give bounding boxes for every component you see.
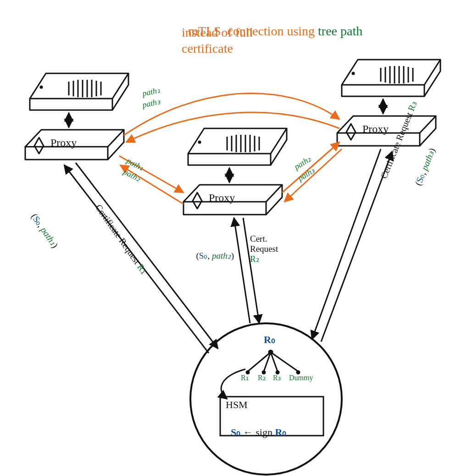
response-2-s0: S₀ bbox=[199, 251, 208, 260]
cert-req-2-text: Cert. Request bbox=[250, 234, 278, 254]
server-2 bbox=[188, 128, 287, 165]
ca-leaf-r1: R₁ bbox=[241, 374, 249, 382]
ca-leaf-r2: R₂ bbox=[258, 374, 266, 382]
resp-ca-to-proxy2 bbox=[234, 218, 250, 323]
mtls-right-to-left bbox=[126, 112, 339, 142]
response-2: (S₀, path₂) bbox=[192, 241, 234, 261]
svg-point-4 bbox=[199, 141, 200, 143]
hsm-s0: S₀ bbox=[231, 426, 240, 438]
hsm-sign-line: S₀ ← sign R₀ bbox=[226, 415, 286, 438]
svg-point-2 bbox=[352, 72, 354, 74]
ca-leaf-r3: R₃ bbox=[273, 374, 281, 382]
ca-node bbox=[190, 323, 342, 475]
svg-marker-5 bbox=[193, 193, 202, 209]
response-2-close: ) bbox=[231, 251, 234, 260]
server-1 bbox=[30, 73, 128, 110]
proxy-label-1: Proxy bbox=[50, 137, 77, 149]
svg-marker-1 bbox=[34, 138, 44, 154]
response-2-path: path₂ bbox=[212, 251, 231, 260]
cert-req-2-r: R₂ bbox=[250, 254, 260, 264]
hsm-label: HSM bbox=[226, 399, 248, 410]
ca-leaf-dummy: Dummy bbox=[289, 374, 313, 382]
ca-root-r0: R₀ bbox=[264, 334, 275, 345]
proxy-label-2: Proxy bbox=[209, 192, 235, 205]
svg-point-0 bbox=[40, 86, 42, 88]
hsm-r0: R₀ bbox=[275, 426, 286, 438]
cert-req-2: Cert. Request R₂ bbox=[250, 234, 287, 264]
svg-marker-3 bbox=[346, 124, 356, 140]
hsm-arrow-sign: ← sign bbox=[240, 426, 275, 438]
server-3 bbox=[342, 60, 440, 96]
response-2-comma: , bbox=[207, 251, 212, 260]
